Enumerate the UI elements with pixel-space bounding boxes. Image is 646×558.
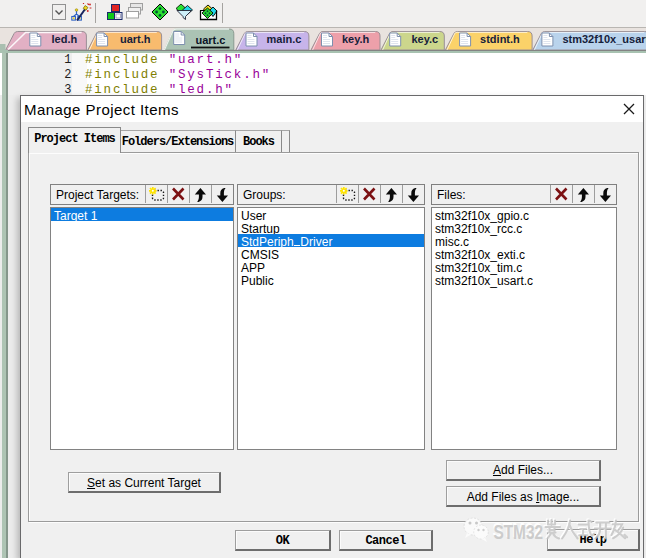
svg-text:key.c: key.c xyxy=(411,33,438,45)
svg-text:main.c: main.c xyxy=(267,33,302,45)
svg-text:stm32f10x_usart.: stm32f10x_usart. xyxy=(562,33,646,45)
svg-text:stdint.h: stdint.h xyxy=(480,33,520,45)
svg-text:led.h: led.h xyxy=(52,33,78,45)
svg-text:STM32: STM32 xyxy=(494,520,544,543)
svg-text:uart.c: uart.c xyxy=(196,34,226,46)
svg-text:uart.h: uart.h xyxy=(120,33,151,45)
svg-text:key.h: key.h xyxy=(342,33,370,45)
